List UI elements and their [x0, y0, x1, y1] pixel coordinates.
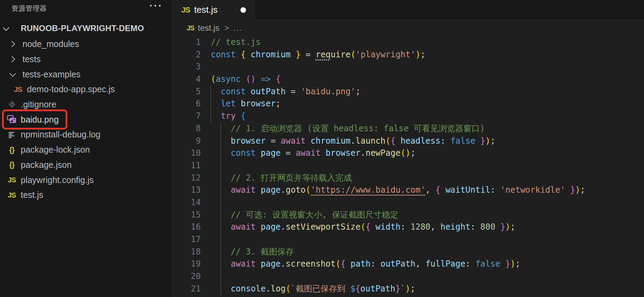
code-text: console.log(`截图已保存到 ${outPath}`);: [211, 283, 415, 295]
line-number: 9: [172, 135, 201, 147]
breadcrumb: JS test.js > ...: [172, 20, 644, 36]
sidebar-file-baidu.png[interactable]: baidu.png: [0, 112, 172, 127]
line-number: 20: [172, 270, 201, 283]
sidebar-file-.gitignore[interactable]: .gitignore: [0, 97, 172, 112]
file-label: package-lock.json: [21, 145, 90, 155]
sidebar-file-test.js[interactable]: JStest.js: [0, 188, 172, 203]
tab-test-js[interactable]: JS test.js: [172, 0, 255, 20]
code-line-14: 14: [172, 197, 644, 209]
sidebar-file-playwright.config.js[interactable]: JSplaywright.config.js: [0, 172, 172, 188]
code-text: // test.js: [211, 36, 261, 49]
line-number: 11: [172, 160, 201, 172]
line-number: 4: [172, 73, 201, 86]
file-label: test.js: [21, 190, 43, 200]
sidebar-file-package.json[interactable]: {}package.json: [0, 157, 172, 173]
tab-bar: JS test.js: [172, 0, 644, 20]
file-label: npminstall-debug.log: [21, 130, 101, 140]
js-file-icon: JS: [7, 175, 17, 185]
breadcrumb-separator-icon: >: [224, 23, 229, 33]
chevron-right-icon: [9, 41, 15, 47]
line-number: 16: [172, 221, 201, 233]
git-icon: [7, 99, 17, 110]
code-text: const page = await browser.newPage();: [211, 147, 415, 160]
code-line-16: 16 await page.setViewportSize({ width: 1…: [172, 221, 644, 233]
breadcrumb-symbol-ellipsis[interactable]: ...: [233, 23, 242, 33]
code-line-7: 7 try {: [172, 110, 644, 123]
line-number: 12: [172, 172, 201, 184]
editor-pane: JS test.js JS test.js > ... 1// test.js2…: [172, 0, 644, 297]
js-file-icon: JS: [7, 190, 17, 200]
js-file-icon: JS: [187, 24, 194, 32]
log-icon: [7, 130, 17, 140]
tree-root-folder[interactable]: RUNOOB-PLAYWRIGHT-DEMO: [0, 21, 172, 36]
code-text: try {: [211, 110, 246, 123]
sidebar-folder-tests[interactable]: tests: [0, 52, 172, 67]
js-file-icon: JS: [181, 6, 190, 15]
chevron-down-icon: [3, 25, 9, 31]
line-number: 17: [172, 233, 201, 246]
js-file-icon: JS: [13, 84, 23, 95]
file-label: tests-examples: [22, 69, 80, 79]
file-tree: node_modulesteststests-examplesJSdemo-to…: [0, 37, 172, 203]
json-file-icon: {}: [7, 160, 17, 170]
code-text: // 可选: 设置视窗大小, 保证截图尺寸稳定: [211, 209, 398, 221]
sidebar-folder-tests-examples[interactable]: tests-examples: [0, 67, 172, 82]
line-number: 19: [172, 258, 201, 270]
file-label: package.json: [21, 160, 72, 170]
code-text: // 1. 启动浏览器 (设置 headless: false 可看见浏览器窗口…: [211, 123, 485, 135]
code-line-3: 3: [172, 61, 644, 73]
code-text: await page.screenshot({ path: outPath, f…: [211, 258, 520, 270]
code-text: // 3. 截图保存: [211, 246, 294, 258]
log-file-icon: [7, 130, 16, 139]
line-number: 6: [172, 98, 201, 110]
sidebar-folder-node_modules[interactable]: node_modules: [0, 37, 172, 52]
json-file-icon: {}: [7, 145, 17, 155]
root-folder-label: RUNOOB-PLAYWRIGHT-DEMO: [21, 23, 144, 33]
more-actions-icon[interactable]: [150, 5, 161, 7]
file-label: playwright.config.js: [21, 175, 94, 185]
line-number: 8: [172, 123, 201, 135]
code-line-4: 4(async () => {: [172, 73, 644, 86]
code-line-11: 11: [172, 160, 644, 172]
code-line-9: 9 browser = await chromium.launch({ head…: [172, 135, 644, 147]
code-line-21: 21 console.log(`截图已保存到 ${outPath}`);: [172, 283, 644, 295]
sidebar-file-package-lock.json[interactable]: {}package-lock.json: [0, 142, 172, 157]
modified-dot-icon[interactable]: [240, 7, 246, 13]
code-editor[interactable]: 1// test.js2const { chromium } = require…: [172, 36, 644, 297]
code-text: await page.goto('https://www.baidu.com',…: [211, 184, 585, 197]
code-line-19: 19 await page.screenshot({ path: outPath…: [172, 258, 644, 270]
line-number: 3: [172, 61, 201, 73]
code-line-15: 15 // 可选: 设置视窗大小, 保证截图尺寸稳定: [172, 209, 644, 221]
line-number: 21: [172, 283, 201, 295]
git-icon: [7, 100, 17, 109]
code-text: browser = await chromium.launch({ headle…: [211, 135, 495, 147]
line-number: 1: [172, 36, 201, 49]
breadcrumb-file[interactable]: test.js: [198, 23, 219, 33]
code-text: const { chromium } = require('playwright…: [211, 49, 425, 61]
code-line-10: 10 const page = await browser.newPage();: [172, 147, 644, 160]
line-number: 5: [172, 86, 201, 98]
code-text: (async () => {: [211, 73, 281, 86]
chevron-down-icon: [9, 70, 16, 77]
explorer-header: 资源管理器: [0, 0, 172, 17]
vscode-window: 资源管理器 RUNOOB-PLAYWRIGHT-DEMO node_module…: [0, 0, 644, 297]
code-line-18: 18 // 3. 截图保存: [172, 246, 644, 258]
code-line-8: 8 // 1. 启动浏览器 (设置 headless: false 可看见浏览器…: [172, 123, 644, 135]
code-line-1: 1// test.js: [172, 36, 644, 49]
sidebar-file-demo-todo-app.spec.js[interactable]: JSdemo-todo-app.spec.js: [0, 82, 172, 97]
image-icon: [7, 114, 17, 125]
line-number: 7: [172, 110, 201, 123]
file-label: baidu.png: [21, 115, 59, 125]
image-icon: [7, 115, 17, 124]
code-line-17: 17: [172, 233, 644, 246]
line-number: 18: [172, 246, 201, 258]
code-line-5: 5 const outPath = 'baidu.png';: [172, 86, 644, 98]
sidebar-file-npminstall-debug.log[interactable]: npminstall-debug.log: [0, 127, 172, 142]
code-text: let browser;: [211, 98, 281, 110]
file-label: tests: [22, 54, 41, 64]
code-text: await page.setViewportSize({ width: 1280…: [211, 221, 515, 233]
line-number: 13: [172, 184, 201, 197]
chevron-right-icon: [9, 56, 15, 62]
line-number: 15: [172, 209, 201, 221]
file-label: node_modules: [22, 39, 79, 49]
